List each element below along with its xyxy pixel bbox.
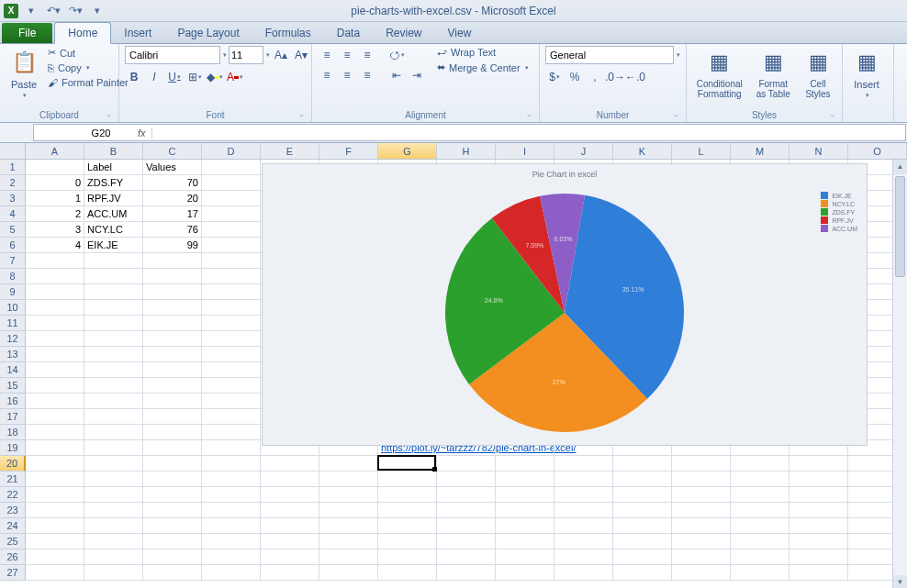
align-middle-button[interactable]: ≡ [338,46,356,64]
tab-formulas[interactable]: Formulas [252,23,324,43]
cell-B3[interactable]: RPF.JV [84,191,143,206]
cell-H24[interactable] [437,518,496,534]
cell-G27[interactable] [378,565,437,581]
cell-D21[interactable] [202,472,261,487]
row-header-3[interactable]: 3 [0,191,26,206]
cell-G20[interactable] [378,456,437,472]
row-header-7[interactable]: 7 [0,253,26,269]
row-header-9[interactable]: 9 [0,284,26,300]
cell-F26[interactable] [319,549,378,565]
cell-B17[interactable] [84,409,143,425]
cell-G23[interactable] [378,503,437,518]
column-header-I[interactable]: I [496,143,554,160]
tab-insert[interactable]: Insert [111,23,164,43]
row-header-13[interactable]: 13 [0,347,26,362]
cell-G26[interactable] [378,549,437,565]
cell-C5[interactable]: 76 [143,222,202,238]
cell-C24[interactable] [143,518,202,534]
column-header-D[interactable]: D [202,143,261,160]
font-color-button[interactable]: A▾ [226,68,244,86]
cell-B8[interactable] [84,269,143,284]
cell-C27[interactable] [143,565,202,581]
column-header-L[interactable]: L [672,143,731,160]
column-header-F[interactable]: F [319,143,378,160]
worksheet-grid[interactable]: ABCDEFGHIJKLMNO 123456789101112131415161… [0,143,907,588]
percent-button[interactable]: % [565,68,584,86]
cell-E27[interactable] [261,565,319,581]
cell-D6[interactable] [202,238,261,253]
cell-B19[interactable] [84,440,143,456]
chevron-down-icon[interactable]: ▾ [266,51,270,59]
cell-B22[interactable] [84,487,143,503]
cell-A21[interactable] [26,472,84,487]
cell-B18[interactable] [84,425,143,440]
cell-D27[interactable] [202,565,261,581]
column-header-K[interactable]: K [613,143,672,160]
cell-C18[interactable] [143,425,202,440]
align-right-button[interactable]: ≡ [358,66,376,84]
cell-A24[interactable] [26,518,84,534]
wrap-text-button[interactable]: ⮐Wrap Text [435,46,531,59]
cell-E21[interactable] [261,472,319,487]
cell-K20[interactable] [613,456,672,472]
border-button[interactable]: ⊞▾ [185,68,204,86]
cell-B11[interactable] [84,316,143,331]
format-painter-button[interactable]: 🖌Format Painter [46,76,130,89]
row-header-22[interactable]: 22 [0,487,26,503]
cell-C21[interactable] [143,472,202,487]
vertical-scrollbar[interactable]: ▲ ▼ [892,160,907,588]
column-header-B[interactable]: B [84,143,143,160]
cell-A3[interactable]: 1 [26,191,84,206]
cell-F22[interactable] [319,487,378,503]
cell-D14[interactable] [202,362,261,378]
cell-B21[interactable] [84,472,143,487]
qat-customize-button[interactable]: ▾ [88,3,106,19]
cell-L25[interactable] [672,534,731,549]
cell-K25[interactable] [613,534,672,549]
cell-J20[interactable] [554,456,613,472]
cell-E26[interactable] [261,549,319,565]
decrease-decimal-button[interactable]: ←.0 [626,68,644,86]
cell-B24[interactable] [84,518,143,534]
format-as-table-button[interactable]: ▦ Format as Table [750,46,796,101]
cell-J26[interactable] [554,549,613,565]
cell-N24[interactable] [789,518,848,534]
cell-H23[interactable] [437,503,496,518]
cell-A14[interactable] [26,362,84,378]
cell-F23[interactable] [319,503,378,518]
align-bottom-button[interactable]: ≡ [358,46,376,64]
cell-C8[interactable] [143,269,202,284]
row-header-21[interactable]: 21 [0,472,26,487]
cell-N23[interactable] [789,503,848,518]
italic-button[interactable]: I [145,68,163,86]
tab-data[interactable]: Data [324,23,373,43]
cell-C10[interactable] [143,300,202,316]
cell-B25[interactable] [84,534,143,549]
cell-H21[interactable] [437,472,496,487]
cell-G25[interactable] [378,534,437,549]
cell-E24[interactable] [261,518,319,534]
cell-C16[interactable] [143,394,202,409]
row-header-8[interactable]: 8 [0,269,26,284]
row-header-26[interactable]: 26 [0,549,26,565]
cell-M23[interactable] [731,503,789,518]
cell-A16[interactable] [26,394,84,409]
cell-C1[interactable]: Values [143,160,202,175]
merge-center-button[interactable]: ⬌Merge & Center▾ [435,61,531,74]
cell-C13[interactable] [143,347,202,362]
cell-K22[interactable] [613,487,672,503]
cell-D3[interactable] [202,191,261,206]
cell-A10[interactable] [26,300,84,316]
column-header-G[interactable]: G [378,143,437,160]
cell-N22[interactable] [789,487,848,503]
cell-D10[interactable] [202,300,261,316]
cell-B23[interactable] [84,503,143,518]
column-header-O[interactable]: O [848,143,907,160]
cell-C12[interactable] [143,331,202,347]
cell-D1[interactable] [202,160,261,175]
cell-B1[interactable]: Label [84,160,143,175]
cell-C22[interactable] [143,487,202,503]
cell-A27[interactable] [26,565,84,581]
cell-E23[interactable] [261,503,319,518]
cell-K23[interactable] [613,503,672,518]
